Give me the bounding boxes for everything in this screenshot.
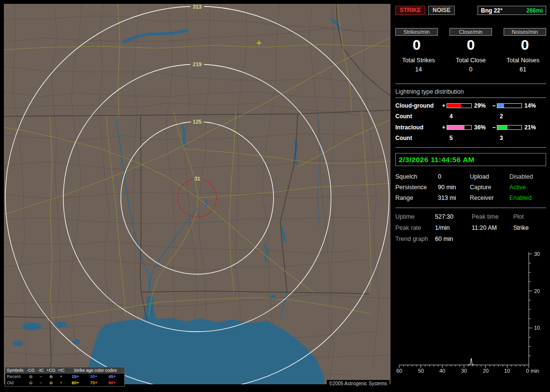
lake xyxy=(22,322,42,330)
minus-sign: − xyxy=(491,102,497,109)
legend-header-row: Symbols -CG -IC +CG +IC Strike age color… xyxy=(5,367,124,374)
settings-grid: Squelch 0 Upload Disabled Persistence 90… xyxy=(395,173,546,201)
peak-rate-label: Peak rate xyxy=(395,224,435,231)
mode-toolbar: STRIKE NOISE Bng 22° 266mi xyxy=(395,6,546,15)
legend-recent-label: Recent xyxy=(5,374,26,380)
ic-negative-pct: 21% xyxy=(522,124,541,131)
lightning-map[interactable]: 313 219 125 31 Symbols -CG -IC +CG +IC S… xyxy=(4,4,391,388)
total-close-label: Total Close xyxy=(448,57,494,64)
ic-negative-bar xyxy=(497,125,522,130)
datetime-readout: 2/3/2026 11:44:56 AM xyxy=(395,153,546,166)
receiver-label: Receiver xyxy=(470,195,509,201)
x-tick-label: 50 xyxy=(418,368,424,374)
age-45: 45+ xyxy=(103,374,121,380)
uptime-value: 527:30 xyxy=(435,213,472,220)
legend-col-pos-ic: +IC xyxy=(56,367,66,374)
legend-col-neg-ic: -IC xyxy=(36,367,46,374)
cg-negative-count: 2 xyxy=(497,113,522,120)
copyright-text: ©2005 Astrogenic Systems xyxy=(327,380,390,387)
ring-label: 313 xyxy=(193,4,202,10)
intracloud-label: Intracloud xyxy=(395,124,441,131)
cg-negative-bar xyxy=(497,103,522,108)
count-label: Count xyxy=(395,135,441,141)
divider xyxy=(395,98,546,98)
x-tick-label: 60 xyxy=(396,368,402,374)
legend-recent-row: Recent ⊖ − ⊕ + 15+ 30+ 45+ xyxy=(5,374,124,380)
age-15: 15+ xyxy=(66,374,85,380)
lake xyxy=(55,322,67,327)
capture-label: Capture xyxy=(470,184,509,191)
noises-per-min-value: 0 xyxy=(504,37,546,53)
x-tick-label: 0 min xyxy=(526,368,539,374)
range-value: 313 mi xyxy=(438,195,470,201)
trend-axes xyxy=(399,252,532,368)
upload-label: Upload xyxy=(470,173,509,180)
peak-rate-value: 1/min xyxy=(435,224,472,231)
y-tick-label: 30 xyxy=(534,251,540,257)
cg-positive-bar xyxy=(447,103,472,108)
close-per-min-value: 0 xyxy=(449,37,492,53)
legend-symbols-header: Symbols xyxy=(5,367,26,374)
status-grid: Uptime 527:30 Peak time Plot Peak rate 1… xyxy=(395,213,546,242)
neg-cg-icon: ⊖ xyxy=(26,380,36,386)
neg-ic-icon: − xyxy=(36,374,46,380)
age-75: 75+ xyxy=(85,380,103,386)
count-label: Count xyxy=(395,113,441,120)
ring-label: 31 xyxy=(194,176,200,182)
right-panel: STRIKE NOISE Bng 22° 266mi Strikes/min C… xyxy=(395,6,546,389)
legend-age-header: Strike age color codes xyxy=(66,367,124,374)
total-strikes: Total Strikes 14 xyxy=(395,57,442,73)
y-tick-label: 10 xyxy=(534,325,540,331)
divider xyxy=(395,84,546,84)
peak-time-value: 11:20 AM xyxy=(472,224,513,231)
rate-boxes: Strikes/min Close/min Noises/min xyxy=(395,28,546,36)
receiver-value: Enabled xyxy=(509,195,546,201)
minus-sign: − xyxy=(491,124,497,131)
neg-ic-icon: − xyxy=(36,380,46,386)
strike-mode-button[interactable]: STRIKE xyxy=(395,6,425,15)
map-legend: Symbols -CG -IC +CG +IC Strike age color… xyxy=(5,367,125,387)
ic-negative-count: 3 xyxy=(497,135,522,141)
trend-graph-value: 60 min xyxy=(435,236,472,242)
cg-positive-count: 4 xyxy=(447,113,472,120)
strikes-per-min-value: 0 xyxy=(395,37,438,53)
pos-cg-icon: ⊕ xyxy=(46,374,56,380)
peak-time-label: Peak time xyxy=(472,213,513,220)
pos-cg-icon: ⊕ xyxy=(46,380,56,386)
lake xyxy=(72,339,80,344)
distribution-title: Lightning type distribution xyxy=(395,88,546,95)
squelch-label: Squelch xyxy=(395,173,438,180)
strikes-per-min-box[interactable]: Strikes/min xyxy=(395,28,438,36)
trend-spike xyxy=(468,358,475,365)
map-canvas[interactable]: 313 219 125 31 xyxy=(4,4,391,388)
intracloud-row: Intracloud + 36% − 21% xyxy=(395,124,546,131)
noise-mode-button[interactable]: NOISE xyxy=(428,6,455,15)
range-label: Range xyxy=(395,195,438,201)
total-strikes-label: Total Strikes xyxy=(395,57,442,64)
close-per-min-box[interactable]: Close/min xyxy=(449,28,492,36)
bearing-readout: Bng 22° 266mi xyxy=(478,6,546,15)
totals: Total Strikes 14 Total Close 0 Total Noi… xyxy=(395,57,546,73)
plot-label: Plot xyxy=(513,213,546,220)
ring-label: 125 xyxy=(193,119,202,125)
cg-negative-pct: 14% xyxy=(522,102,541,109)
total-noises: Total Noises 61 xyxy=(500,57,546,73)
noises-per-min-box[interactable]: Noises/min xyxy=(504,28,546,36)
pos-ic-icon: + xyxy=(56,380,66,386)
x-tick-label: 10 xyxy=(504,368,510,374)
divider xyxy=(395,147,546,148)
age-60: 60+ xyxy=(66,380,85,386)
plot-value: Strike xyxy=(513,224,546,231)
y-tick-label: 20 xyxy=(534,288,540,294)
ic-positive-bar xyxy=(447,125,472,130)
age-30: 30+ xyxy=(85,374,103,380)
x-tick-label: 40 xyxy=(439,368,445,374)
capture-value: Active xyxy=(509,184,546,191)
ring-label: 219 xyxy=(193,61,202,67)
legend-old-label: Old xyxy=(5,380,26,386)
persistence-value: 90 min xyxy=(438,184,470,191)
lake xyxy=(12,341,23,347)
bearing-value: Bng 22° xyxy=(481,7,503,14)
total-close-value: 0 xyxy=(448,66,494,73)
plus-sign: + xyxy=(441,124,447,131)
